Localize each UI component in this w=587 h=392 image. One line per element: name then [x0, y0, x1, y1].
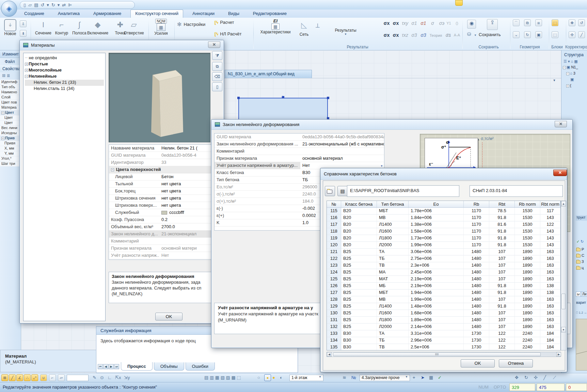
- move-icon[interactable]: ✥: [569, 19, 575, 26]
- forces-button[interactable]: NQM ▦ Усилия: [150, 18, 172, 36]
- layers-tree-item-3[interactable]: ц: [576, 266, 584, 272]
- material-tree-item-4[interactable]: Нелин. бетон 21 (33): [25, 80, 104, 86]
- view-dropdown-icon[interactable]: ▼: [549, 78, 559, 83]
- table-row-118[interactable]: 118B20Л16001.58e+006117091.81530143: [327, 228, 560, 235]
- structure-toolbar[interactable]: ☰ ▾ ⌂ ▦: [561, 59, 587, 65]
- move-copy-icon[interactable]: ✣: [569, 31, 575, 38]
- table-row-126[interactable]: 126B25МБ2.19e+006148091.81890138: [327, 283, 560, 289]
- result-σx-button[interactable]: σx: [391, 19, 400, 27]
- ribbon-tab-1[interactable]: Аналитика: [53, 10, 84, 18]
- table-row-128[interactable]: 128B25МВ1.99e+00614801071890163: [327, 296, 560, 303]
- result-σ1-button[interactable]: σ1: [410, 19, 419, 27]
- table-row-120[interactable]: 120B20Л20001.99e+006117091.81530143: [327, 242, 560, 249]
- ribbon-tab-4[interactable]: Аннотации: [188, 10, 219, 18]
- base-path-field[interactable]: E:\SAPFIR_ROOT\Initial\SNIP.BAS: [347, 185, 459, 197]
- material-property-row-4[interactable]: ЛицевойБетон: [109, 173, 222, 181]
- table-row-117[interactable]: 117B20Л14001.38e+006117081.61530122: [327, 221, 560, 228]
- ribbon-button-2[interactable]: ∫Полоса: [69, 19, 90, 35]
- table-row-132[interactable]: 132B25Л20002.14e+00614801071890163: [327, 324, 560, 330]
- trim-icon[interactable]: ╱: [578, 31, 585, 38]
- geometry-front-icon[interactable]: ⧈: [535, 19, 542, 26]
- scroll-thumb[interactable]: ⦀⦀⦀: [333, 352, 541, 356]
- center-icon[interactable]: ⊙: [100, 375, 104, 380]
- result-τxz-button[interactable]: τxz: [400, 31, 410, 39]
- table-row-124[interactable]: 124B25МА2.45e+00614801071890163: [327, 269, 560, 276]
- table-row-121[interactable]: 121B25ТА3.06e+00614801071890163: [327, 249, 560, 255]
- edit-tab[interactable]: Изменит: [0, 50, 21, 58]
- camera-icon[interactable]: ◉: [467, 20, 476, 29]
- contour-handle[interactable]: [237, 97, 240, 99]
- next-page-icon[interactable]: ▶: [109, 364, 114, 369]
- law-dialog-titlebar[interactable]: Закон нелинейного деформирования: [211, 120, 572, 130]
- property-row-9[interactable]: Вес лини: [0, 126, 21, 131]
- table-row-116[interactable]: 116B20МВ1.84e+006117091.81530143: [327, 215, 560, 221]
- save-icon[interactable]: ▤: [34, 3, 38, 7]
- tree-item-model[interactable]: −▣N1_: [561, 65, 587, 71]
- result-σx-button[interactable]: σx: [391, 31, 400, 39]
- plane-icon[interactable]: ▱: [58, 374, 65, 381]
- help-badge-icon[interactable]: [455, 0, 463, 6]
- material-tree-item-0[interactable]: ┄ не определён: [25, 55, 104, 61]
- property-row-11[interactable]: −Прив: [0, 136, 21, 141]
- expand-icon[interactable]: +: [25, 69, 28, 72]
- result-σ1-button[interactable]: σ1: [419, 19, 428, 27]
- scroll-right-icon[interactable]: ▶: [556, 352, 561, 357]
- table-header[interactable]: №Класс бетонаТип бетонаEoRbRbtRb normRbt…: [327, 201, 560, 208]
- column-header-7[interactable]: Rbt norm: [540, 201, 560, 207]
- copy-material-icon[interactable]: ⧉: [212, 62, 222, 71]
- geometry-subtract-icon[interactable]: ⌄: [513, 31, 520, 38]
- erase-material-icon[interactable]: ⌫: [212, 72, 222, 81]
- undo-dropdown-icon[interactable]: ▾: [47, 3, 49, 7]
- contour-handle[interactable]: [327, 97, 329, 99]
- table-row-119[interactable]: 119B20Л18001.73e+006117091.81530143: [327, 235, 560, 242]
- material-property-row-13[interactable]: Комментарий: [109, 238, 222, 245]
- material-property-row-0[interactable]: Название материалаНелин. бетон 21 (: [109, 145, 222, 152]
- table-row-122[interactable]: 122B25ТБ2.75e+00614801071890163: [327, 255, 560, 262]
- mesh-button[interactable]: ◺ Сеть: [297, 18, 311, 37]
- property-row-6[interactable]: −Цвет: [0, 110, 21, 115]
- app-logo-button[interactable]: ◈: [1, 1, 17, 17]
- color-swatch[interactable]: [161, 211, 167, 215]
- snap-line-icon[interactable]: ╱: [9, 374, 16, 381]
- vertical-scrollbar[interactable]: ▲ ▼: [561, 201, 566, 350]
- material-property-row-11[interactable]: Объёмный вес, кг/м³2700.0: [109, 223, 222, 231]
- undo-icon[interactable]: ↺: [41, 3, 44, 7]
- property-row-10[interactable]: Исходны: [0, 131, 21, 136]
- material-property-row-9[interactable]: Служебныйccccbfff: [109, 209, 222, 216]
- layers-tree-item-1[interactable]: С: [576, 253, 584, 260]
- result-Теория-button[interactable]: Теория: [428, 32, 444, 39]
- material-property-row-8[interactable]: Штриховка поверх...нет цвета: [109, 202, 222, 209]
- close-icon[interactable]: ✕: [553, 170, 567, 176]
- result-σx-button[interactable]: σx: [382, 19, 391, 27]
- document-tab[interactable]: N1_B30_Lim_e_arm.spf:Общий вид: [225, 70, 312, 78]
- ribbon-button-3[interactable]: ◆Включение: [87, 19, 108, 35]
- last-page-icon[interactable]: ⏭: [114, 364, 119, 369]
- pan-point-icon[interactable]: ✣: [534, 375, 538, 380]
- property-row-16[interactable]: Шаг три: [0, 161, 21, 167]
- geometry-rotate-icon[interactable]: ↻: [524, 31, 531, 38]
- new-document-icon[interactable]: ▯: [23, 3, 26, 7]
- tree-item-element[interactable]: ▣: [561, 77, 587, 83]
- measure-icon[interactable]: ⊫: [68, 3, 72, 7]
- file-toolbar-label[interactable]: Файл: [0, 58, 21, 65]
- column-header-2[interactable]: Тип бетона: [377, 201, 409, 207]
- geometry-copy-icon[interactable]: ⧉: [524, 19, 531, 26]
- table-icon[interactable]: ▦: [429, 375, 433, 380]
- database-icon[interactable]: ⛁: [467, 31, 471, 37]
- paste-special-icon[interactable]: ⇟: [20, 30, 27, 37]
- result-Z1-icon[interactable]: Z1: [445, 31, 453, 39]
- result-A-A-icon[interactable]: A-A: [453, 31, 461, 39]
- preview-toolbar-icons[interactable]: □ 1.2 ↔: [576, 311, 587, 314]
- save-button[interactable]: Сохранить: [479, 32, 501, 37]
- material-property-row-5[interactable]: Тыльнойнет цвета: [109, 181, 222, 188]
- concrete-dialog-titlebar[interactable]: Справочник характеристик бетонов: [320, 168, 567, 180]
- property-row-8[interactable]: Цвет: [0, 121, 21, 126]
- material-property-row-14[interactable]: Признак материалаосновной матери: [109, 245, 222, 252]
- scroll-left-icon[interactable]: ◀: [327, 352, 332, 357]
- material-property-row-15[interactable]: Учёт разности напряж...Нет: [109, 252, 222, 259]
- geometry-union-icon[interactable]: ⌒: [513, 19, 520, 26]
- axes-icon[interactable]: ⟂: [312, 20, 323, 31]
- prev-page-icon[interactable]: ◀: [103, 364, 108, 369]
- norm-name-field[interactable]: СНиП 2.03.01-84: [470, 185, 563, 197]
- filter-icon[interactable]: ⧩: [212, 51, 222, 60]
